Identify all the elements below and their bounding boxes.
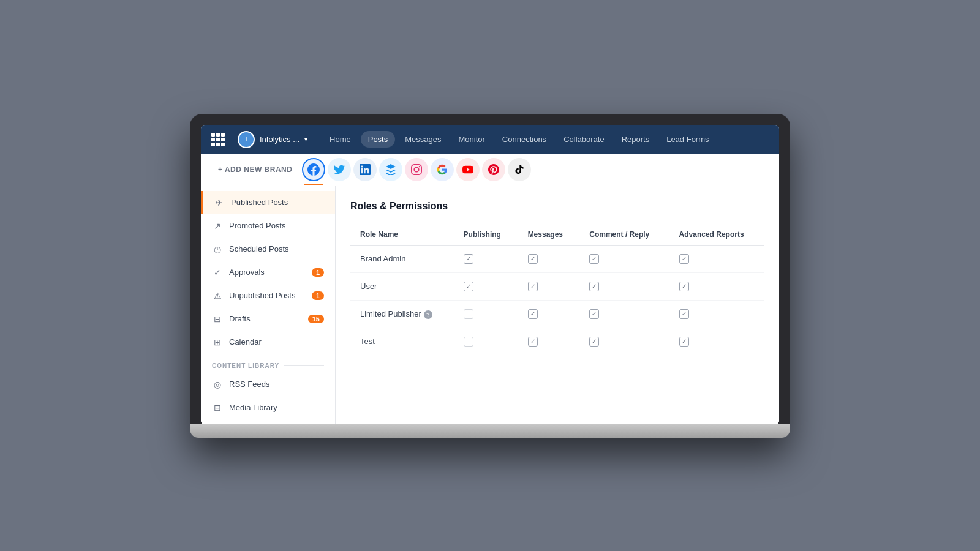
comment_reply-cell (579, 272, 669, 300)
checkbox-unchecked[interactable] (464, 337, 473, 347)
checkbox-checked[interactable] (528, 337, 538, 347)
tiktok-icon (514, 164, 525, 175)
grid-menu-button[interactable] (208, 130, 228, 149)
publishing-cell (454, 272, 518, 300)
google-icon (437, 164, 448, 175)
checkbox-checked[interactable] (589, 282, 599, 291)
nav-collaborate[interactable]: Collaborate (556, 131, 612, 148)
advanced_reports-cell (669, 245, 764, 272)
instagram-icon (411, 164, 422, 175)
table-row: User (350, 272, 764, 300)
checkbox-checked[interactable] (679, 254, 689, 264)
sidebar-item-unpublished-posts[interactable]: ⚠ Unpublished Posts 1 (201, 284, 335, 307)
calendar-icon: ⊞ (212, 337, 223, 348)
sidebar-item-media-library[interactable]: ⊟ Media Library (201, 396, 335, 419)
nav-home[interactable]: Home (322, 131, 358, 148)
table-row: Test (350, 328, 764, 355)
checkbox-unchecked[interactable] (464, 309, 473, 319)
brand-name: Infolytics ... (260, 135, 300, 144)
col-messages: Messages (518, 224, 580, 246)
sidebar-item-calendar[interactable]: ⊞ Calendar (201, 331, 335, 354)
messages-cell (518, 328, 580, 355)
sidebar-item-label: Media Library (229, 403, 277, 412)
brand-selector[interactable]: I Infolytics ... ▾ (232, 129, 314, 151)
nav-posts[interactable]: Posts (361, 131, 396, 148)
advanced_reports-cell (669, 300, 764, 328)
scheduled-posts-icon: ◷ (212, 244, 223, 255)
advanced_reports-cell (669, 272, 764, 300)
social-tabs-bar: + ADD NEW BRAND (201, 154, 779, 186)
checkbox-checked[interactable] (679, 282, 689, 291)
main-content: ✈ Published Posts ↗ Promoted Posts ◷ Sch… (201, 186, 779, 424)
info-icon[interactable]: ? (424, 310, 432, 319)
nav-monitor[interactable]: Monitor (451, 131, 492, 148)
comment_reply-cell (579, 245, 669, 272)
col-publishing: Publishing (454, 224, 518, 246)
sidebar-item-promoted-posts[interactable]: ↗ Promoted Posts (201, 214, 335, 238)
add-brand-button[interactable]: + ADD NEW BRAND (211, 162, 300, 178)
top-navigation: I Infolytics ... ▾ Home Posts Messages M… (201, 125, 779, 154)
checkbox-checked[interactable] (528, 309, 538, 319)
checkbox-checked[interactable] (589, 254, 599, 264)
table-row: Brand Admin (350, 245, 764, 272)
pinterest-tab[interactable] (482, 158, 505, 181)
laptop-frame: I Infolytics ... ▾ Home Posts Messages M… (190, 114, 790, 438)
buffer-tab[interactable] (379, 158, 402, 181)
checkbox-checked[interactable] (679, 337, 689, 347)
col-role-name: Role Name (350, 224, 454, 246)
sidebar-item-rss-feeds[interactable]: ◎ RSS Feeds (201, 373, 335, 396)
tiktok-tab[interactable] (508, 158, 531, 181)
publishing-cell (454, 245, 518, 272)
role-name-cell: User (350, 272, 454, 300)
checkbox-checked[interactable] (589, 337, 599, 347)
nav-lead-forms[interactable]: Lead Forms (659, 131, 716, 148)
checkbox-checked[interactable] (679, 309, 689, 319)
youtube-icon (462, 164, 473, 175)
unpublished-posts-icon: ⚠ (212, 290, 223, 301)
nav-links: Home Posts Messages Monitor Connections … (322, 131, 717, 148)
youtube-tab[interactable] (456, 158, 480, 181)
sidebar-item-approvals[interactable]: ✓ Approvals 1 (201, 261, 335, 284)
checkbox-checked[interactable] (464, 282, 473, 291)
messages-cell (518, 272, 580, 300)
publishing-cell (454, 300, 518, 328)
google-tab[interactable] (431, 158, 454, 181)
comment_reply-cell (579, 328, 669, 355)
sidebar-item-label: Published Posts (231, 198, 288, 207)
published-posts-icon: ✈ (214, 197, 225, 208)
section-title: Roles & Permissions (350, 201, 764, 212)
linkedin-tab[interactable] (353, 158, 377, 181)
twitter-tab[interactable] (328, 158, 351, 181)
approvals-icon: ✓ (212, 267, 223, 278)
twitter-icon (334, 164, 345, 175)
nav-connections[interactable]: Connections (495, 131, 554, 148)
instagram-tab[interactable] (405, 158, 428, 181)
content-library-section-label: CONTENT LIBRARY (201, 354, 335, 373)
role-name-cell: Test (350, 328, 454, 355)
checkbox-checked[interactable] (589, 309, 599, 319)
permissions-table: Role Name Publishing Messages Comment / … (350, 224, 764, 355)
checkbox-checked[interactable] (528, 282, 538, 291)
role-name-cell: Limited Publisher? (350, 300, 454, 328)
col-comment-reply: Comment / Reply (579, 224, 669, 246)
sidebar-item-published-posts[interactable]: ✈ Published Posts (201, 191, 335, 214)
brand-avatar: I (238, 131, 255, 148)
role-name-cell: Brand Admin (350, 245, 454, 272)
sidebar-item-label: RSS Feeds (229, 380, 270, 389)
messages-cell (518, 245, 580, 272)
content-area: Roles & Permissions Role Name Publishing… (336, 186, 779, 424)
sidebar-item-drafts[interactable]: ⊟ Drafts 15 (201, 307, 335, 331)
drafts-badge: 15 (308, 315, 324, 323)
sidebar-item-label: Drafts (229, 314, 251, 323)
nav-messages[interactable]: Messages (398, 131, 448, 148)
nav-reports[interactable]: Reports (614, 131, 657, 148)
checkbox-checked[interactable] (464, 254, 473, 264)
messages-cell (518, 300, 580, 328)
laptop-base (190, 424, 790, 438)
checkbox-checked[interactable] (528, 254, 538, 264)
sidebar-item-scheduled-posts[interactable]: ◷ Scheduled Posts (201, 238, 335, 261)
rss-feeds-icon: ◎ (212, 379, 223, 390)
grid-icon (211, 133, 225, 146)
facebook-tab[interactable] (302, 158, 325, 181)
unpublished-badge: 1 (312, 291, 324, 300)
